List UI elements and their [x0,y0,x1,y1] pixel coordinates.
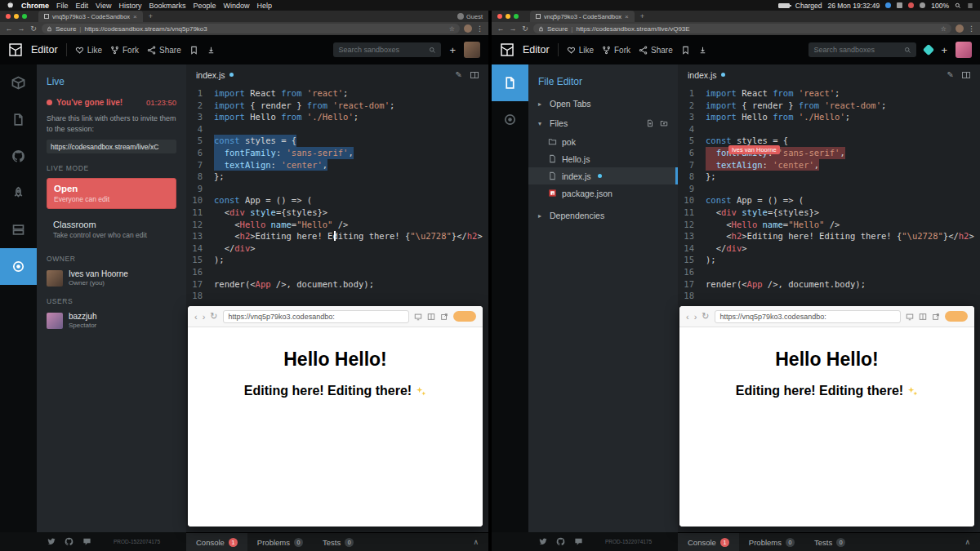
code-line[interactable]: 8}; [678,171,980,183]
file-editor-icon[interactable] [0,101,37,138]
code-line[interactable]: 6 fontFamily: 'sans-serif', [678,147,980,159]
user-avatar[interactable] [464,42,480,58]
browser-tab[interactable]: vnq5p79ko3 - CodeSandbox × [530,11,635,22]
code-line[interactable]: 17render(<App />, document.body); [678,278,980,291]
menubar-item[interactable]: People [193,2,216,10]
fork-button[interactable]: Fork [602,46,630,55]
apple-menu-icon[interactable] [7,2,14,9]
feedback-chat-icon[interactable] [82,537,91,546]
menubar-item[interactable]: File [56,2,69,10]
save-icon[interactable] [681,46,690,55]
live-session-icon[interactable] [492,101,528,138]
project-info-icon[interactable] [0,64,37,101]
code-line[interactable]: 9 [186,183,488,195]
code-line[interactable]: 7 textAlign: 'center', [678,159,980,171]
editor-tab-indexjs[interactable]: index.js [196,70,234,80]
editor-tab-indexjs[interactable]: index.js [688,70,725,80]
code-line[interactable]: 4 [186,123,488,136]
console-tab[interactable]: Console1 [678,533,739,551]
new-sandbox-button[interactable]: + [449,44,456,56]
menubar-item[interactable]: Bookmarks [149,2,185,10]
server-console-icon[interactable] [0,211,37,248]
new-tab-button[interactable]: + [640,12,644,20]
back-button[interactable]: ← [497,24,505,33]
code-line[interactable]: 14 </div> [678,242,980,255]
code-line[interactable]: 17render(<App />, document.body); [186,278,488,291]
bookmark-star-icon[interactable]: ☆ [449,25,455,33]
browser-tab[interactable]: vnq5p79ko3 - CodeSandbox × [38,11,143,22]
dependencies-row[interactable]: ▸ Dependencies [528,206,678,225]
files-row[interactable]: ▾ Files [528,113,678,133]
code-line[interactable]: 16 [186,266,488,278]
preview-back-icon[interactable]: ‹ [194,312,198,322]
pro-diamond-icon[interactable] [923,44,934,56]
open-tabs-row[interactable]: ▸ Open Tabs [528,94,678,113]
search-input[interactable]: Search sandboxes [808,42,916,57]
twitter-icon[interactable] [47,537,56,546]
problems-tab[interactable]: Problems0 [247,533,313,551]
menubar-item[interactable]: View [96,2,111,10]
console-tab[interactable]: Console1 [186,533,247,551]
code-line[interactable]: 1import React from 'react'; [186,87,488,100]
fork-button[interactable]: Fork [110,46,139,55]
menubar-item[interactable]: Window [223,2,249,10]
menubar-app-name[interactable]: Chrome [21,2,49,10]
minimize-window-button[interactable] [506,14,510,19]
split-view-icon[interactable] [470,72,479,78]
code-line[interactable]: 12 <Hello name="Hello" /> [186,219,488,231]
code-line[interactable]: 4 [678,123,980,136]
split-view-icon[interactable] [962,72,970,78]
status-app-icon[interactable] [897,2,902,8]
codesandbox-logo-icon[interactable] [500,42,514,57]
feedback-chat-icon[interactable] [574,537,583,546]
new-file-icon[interactable] [646,119,654,127]
responsive-mode-icon[interactable] [414,313,422,321]
preview-refresh-icon[interactable]: ↻ [702,311,709,322]
reload-button[interactable]: ↻ [29,24,38,33]
browser-profile-avatar[interactable] [956,24,964,33]
close-window-button[interactable] [497,14,502,19]
expand-console-icon[interactable]: ∧ [964,538,970,546]
code-line[interactable]: 2import { render } from 'react-dom'; [678,100,980,112]
preview-back-icon[interactable]: ‹ [686,312,689,322]
code-line[interactable]: 11 <div style={styles}> [186,207,488,219]
code-line[interactable]: 6 fontFamily: 'sans-serif', [186,147,488,159]
new-sandbox-button[interactable]: + [941,44,947,56]
file-tree-item-Hello.js[interactable]: Hello.js [528,150,678,167]
share-button[interactable]: Share [639,46,673,55]
browser-profile-avatar[interactable] [464,24,472,33]
close-window-button[interactable] [6,14,11,19]
github-icon[interactable] [0,138,37,175]
preview-forward-icon[interactable]: › [203,312,206,322]
code-line[interactable]: 18 [186,290,488,302]
responsive-mode-icon[interactable] [906,313,914,321]
omnibox[interactable]: Secure | https://codesandbox.stream/s/vn… [42,24,460,33]
code-line[interactable]: 14 </div> [186,242,488,255]
share-button[interactable]: Share [147,46,181,55]
tests-tab[interactable]: Tests0 [313,533,363,551]
preview-status-pill[interactable] [945,311,968,322]
reload-button[interactable]: ↻ [521,24,529,33]
code-line[interactable]: 10const App = () => ( [186,194,488,207]
preview-url-field[interactable]: https://vnq5p79ko3.codesandbo: [223,310,409,323]
open-in-new-window-icon[interactable] [932,313,940,321]
zoom-window-button[interactable] [514,14,519,19]
code-line[interactable]: 15); [678,254,980,266]
search-input[interactable]: Search sandboxes [333,42,441,57]
share-url-input[interactable]: https://codesandbox.stream/live/xC [47,140,176,153]
live-session-icon[interactable] [0,248,37,285]
like-button[interactable]: Like [75,46,102,55]
code-line[interactable]: 3import Hello from './Hello'; [678,111,980,123]
menubar-clock[interactable]: 26 Mon 19:32:49 [827,2,880,10]
code-line[interactable]: 13 <h2>Editing here! Editing there! {"\u… [678,230,980,242]
menubar-item[interactable]: Edit [76,2,89,10]
spotlight-icon[interactable] [955,2,961,9]
forward-button[interactable]: → [509,24,517,33]
code-line[interactable]: 15); [186,254,488,266]
code-line[interactable]: 10const App = () => ( [678,194,980,207]
code-line[interactable]: 5const styles = { [186,135,488,147]
code-line[interactable]: 5const styles = { [678,135,980,147]
edit-pencil-icon[interactable]: ✎ [456,70,462,79]
like-button[interactable]: Like [567,46,594,55]
code-line[interactable]: 2import { render } from 'react-dom'; [186,100,488,112]
